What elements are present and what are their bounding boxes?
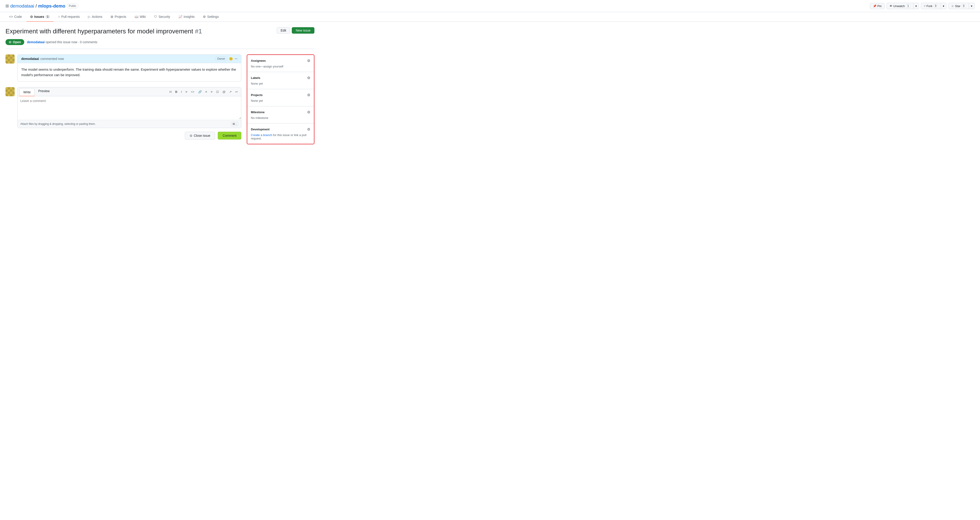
development-value: Create a branch for this issue or link a… (251, 133, 310, 140)
undo-button[interactable]: ↩ (234, 89, 239, 94)
commenter-avatar (5, 54, 14, 64)
pin-button[interactable]: 📌 Pin (870, 3, 885, 9)
svg-rect-14 (5, 92, 8, 94)
labels-gear-icon[interactable]: ⚙ (307, 76, 310, 80)
ref-button[interactable]: ↗ (228, 89, 233, 94)
reply-avatar (5, 87, 14, 96)
repo-icon: ⊞ (5, 3, 9, 8)
close-issue-button[interactable]: ⊙ Close issue (185, 132, 215, 139)
main-content: Experiment with different hyperparameter… (0, 22, 320, 150)
tab-projects[interactable]: ⊞ Projects (107, 12, 130, 22)
close-issue-icon: ⊙ (190, 134, 192, 137)
assignees-title: Assignees (251, 59, 266, 62)
svg-rect-2 (8, 57, 10, 59)
projects-icon: ⊞ (111, 15, 113, 19)
settings-icon: ⚙ (203, 15, 206, 19)
fork-dropdown-button[interactable]: ▾ (941, 3, 947, 9)
svg-rect-4 (12, 57, 14, 59)
comment-content: The model seems to underperform. The tra… (18, 63, 241, 81)
comment-author: demodataai (21, 57, 39, 61)
body-layout: demodataai commented now Owner 🙂 ··· The… (5, 54, 314, 144)
issues-icon: ⊙ (30, 15, 33, 19)
milestone-gear-icon[interactable]: ⚙ (307, 110, 310, 114)
sidebar: Assignees ⚙ No one—assign yourself Label… (247, 54, 314, 144)
new-issue-button[interactable]: New issue (292, 27, 314, 33)
numbered-list-button[interactable]: ≡ (209, 89, 214, 94)
comment-button[interactable]: Comment (218, 132, 241, 139)
svg-rect-10 (5, 87, 8, 89)
svg-rect-11 (8, 89, 10, 92)
issue-number: #1 (195, 28, 202, 35)
fork-button[interactable]: ⑂ Fork 0 (921, 3, 941, 9)
svg-rect-1 (5, 54, 8, 57)
projects-gear-icon[interactable]: ⚙ (307, 93, 310, 97)
mention-button[interactable]: @ (221, 89, 227, 94)
svg-rect-15 (10, 92, 12, 94)
tab-issues[interactable]: ⊙ Issues 1 (27, 12, 54, 22)
sidebar-projects: Projects ⚙ None yet (247, 89, 314, 106)
milestone-value: No milestone (251, 116, 310, 120)
italic-button[interactable]: I (180, 89, 183, 94)
svg-rect-17 (12, 94, 14, 96)
development-gear-icon[interactable]: ⚙ (307, 127, 310, 131)
comment-textarea[interactable] (18, 96, 241, 119)
tab-settings[interactable]: ⚙ Settings (199, 12, 223, 22)
write-tab[interactable]: Write (19, 88, 35, 96)
labels-value: None yet (251, 82, 310, 85)
comment-time: commented now (40, 57, 64, 61)
insights-icon: 📈 (178, 15, 182, 19)
tab-code[interactable]: <> Code (5, 12, 25, 22)
assignees-value: No one—assign yourself (251, 65, 310, 68)
svg-rect-6 (10, 59, 12, 61)
comment-block: demodataai commented now Owner 🙂 ··· The… (5, 54, 241, 81)
comment-header: demodataai commented now Owner 🙂 ··· (18, 55, 241, 63)
bottom-actions: ⊙ Close issue Comment (5, 132, 241, 139)
fork-count: 0 (933, 4, 938, 8)
repo-name-link[interactable]: mlops-demo (38, 3, 65, 9)
issue-header: Experiment with different hyperparameter… (5, 27, 314, 35)
star-group: ☆ Star 0 ▾ (948, 3, 975, 9)
create-branch-link[interactable]: Create a branch (251, 133, 272, 137)
sidebar-assignees: Assignees ⚙ No one—assign yourself (247, 55, 314, 72)
code-button[interactable]: <> (189, 89, 196, 94)
tab-wiki[interactable]: 📖 Wiki (131, 12, 150, 22)
svg-rect-16 (8, 94, 10, 96)
role-badge: Owner (215, 56, 227, 61)
open-circle-icon: ⊙ (9, 40, 11, 44)
task-list-button[interactable]: ☑ (215, 89, 220, 94)
code-icon: <> (9, 15, 13, 19)
pr-icon: ⑃ (58, 15, 60, 19)
tab-pull-requests[interactable]: ⑃ Pull requests (54, 12, 83, 22)
emoji-reaction-icon[interactable]: 🙂 (229, 57, 233, 61)
star-count: 0 (961, 4, 966, 8)
issues-badge: 1 (46, 15, 50, 18)
sidebar-development: Development ⚙ Create a branch for this i… (247, 123, 314, 144)
heading-button[interactable]: H (168, 89, 173, 94)
repo-title: ⊞ demodataai / mlops-demo Public (5, 3, 78, 9)
reply-editor: Write Preview H B I ≡ <> 🔗 ≡ ≡ ☑ (18, 87, 241, 128)
star-dropdown-button[interactable]: ▾ (969, 3, 975, 9)
tab-security[interactable]: 🛡 Security (150, 12, 174, 22)
unwatch-dropdown-button[interactable]: ▾ (913, 3, 919, 9)
visibility-badge: Public (67, 4, 78, 8)
edit-button[interactable]: Edit (277, 27, 290, 33)
unwatch-button[interactable]: 👁 Unwatch 1 (886, 3, 913, 9)
svg-rect-8 (12, 61, 14, 64)
bullet-list-button[interactable]: ≡ (204, 89, 208, 94)
reply-block: Write Preview H B I ≡ <> 🔗 ≡ ≡ ☑ (5, 87, 241, 128)
eye-icon: 👁 (889, 4, 892, 8)
assignees-gear-icon[interactable]: ⚙ (307, 59, 310, 63)
tab-insights[interactable]: 📈 Insights (175, 12, 198, 22)
quote-button[interactable]: ≡ (184, 89, 189, 94)
repo-owner-link[interactable]: demodataai (10, 3, 34, 9)
milestone-title: Milestone (251, 110, 265, 114)
preview-tab[interactable]: Preview (35, 87, 53, 96)
bold-button[interactable]: B (174, 89, 179, 94)
unwatch-group: 👁 Unwatch 1 ▾ (886, 3, 919, 9)
more-options-icon[interactable]: ··· (235, 57, 237, 61)
link-button[interactable]: 🔗 (197, 89, 203, 94)
svg-rect-7 (8, 61, 10, 64)
issue-author-link[interactable]: demodataai (27, 40, 45, 44)
star-button[interactable]: ☆ Star 0 (948, 3, 969, 9)
tab-actions[interactable]: ▷ Actions (84, 12, 106, 22)
